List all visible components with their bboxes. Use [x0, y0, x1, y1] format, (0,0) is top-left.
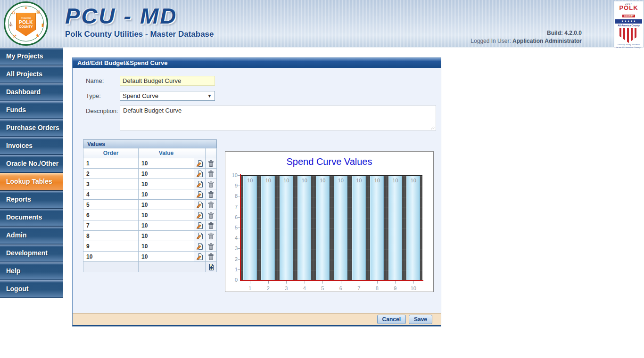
value-cell: 10 — [139, 200, 194, 210]
x-tick-label: 8 — [376, 285, 379, 291]
value-cell-empty — [139, 262, 194, 272]
x-tick-label: 9 — [394, 285, 396, 291]
delete-row-button[interactable] — [206, 220, 217, 231]
y-tick-mark — [238, 269, 240, 270]
edit-row-button[interactable] — [194, 169, 206, 179]
sidebar-item-lookup-tables[interactable]: Lookup Tables — [0, 173, 63, 191]
sidebar-item-logout[interactable]: Logout — [0, 280, 63, 298]
edit-row-button[interactable] — [194, 252, 206, 262]
delete-row-button[interactable] — [206, 158, 217, 169]
sidebar-item-purchase-orders[interactable]: Purchase Orders — [0, 119, 63, 137]
edit-row-button[interactable] — [194, 241, 206, 252]
sidebar-item-oracle-no-other[interactable]: Oracle No./Other — [0, 155, 63, 173]
application-window: ♛ ⛭ 🏛 ⛪ ▮ ⚒ ♞ Imperial POLK COUNTY PCU -… — [0, 0, 644, 358]
edit-row-button[interactable] — [194, 158, 206, 169]
chart-x-axis — [240, 280, 423, 281]
value-cell: 10 — [139, 241, 194, 252]
bar-value-label: 10 — [265, 178, 271, 183]
seal-glyph-icon: ⚒ — [13, 34, 17, 39]
type-select[interactable]: Spend Curve ▼ — [120, 91, 215, 101]
bar: 10 — [370, 176, 384, 280]
edit-row-button[interactable] — [194, 231, 206, 241]
x-tick-label: 1 — [248, 285, 251, 291]
sidebar-item-all-projects[interactable]: All Projects — [0, 65, 63, 83]
value-cell: 10 — [139, 210, 194, 220]
edit-icon — [196, 160, 204, 166]
resize-grip-icon[interactable] — [430, 125, 435, 130]
delete-row-button[interactable] — [206, 231, 217, 241]
sidebar-item-reports[interactable]: Reports — [0, 191, 63, 209]
edit-row-button[interactable] — [194, 210, 206, 220]
x-tick-label: 4 — [303, 285, 306, 291]
edit-icon — [196, 170, 204, 177]
values-table-new-row — [83, 262, 217, 272]
add-row-button[interactable] — [206, 262, 217, 272]
trash-icon — [207, 212, 215, 218]
save-button[interactable]: Save — [409, 315, 432, 324]
edit-row-button[interactable] — [194, 179, 206, 189]
order-cell: 2 — [83, 169, 139, 179]
sidebar-item-development[interactable]: Development — [0, 244, 63, 262]
trash-icon — [207, 222, 215, 228]
delete-row-button[interactable] — [206, 169, 217, 179]
x-tick-label: 5 — [321, 285, 324, 291]
delete-row-button[interactable] — [206, 210, 217, 220]
description-label: Description: — [86, 107, 118, 114]
values-table-row: 910 — [83, 241, 217, 252]
y-tick-label: 4 — [227, 235, 238, 241]
description-textarea[interactable]: Default Budget Curve — [120, 105, 436, 131]
sidebar-item-documents[interactable]: Documents — [0, 209, 63, 227]
description-value: Default Budget Curve — [123, 107, 182, 114]
order-cell: 6 — [83, 210, 139, 220]
sidebar-item-invoices[interactable]: Invoices — [0, 137, 63, 155]
app-title-block: PCU - MD Polk County Utilities - Master … — [65, 3, 214, 39]
sidebar-item-help[interactable]: Help — [0, 262, 63, 280]
x-tick-mark — [359, 281, 359, 284]
values-table-row: 410 — [83, 189, 217, 200]
edit-row-button[interactable] — [194, 200, 206, 210]
value-cell: 10 — [139, 220, 194, 231]
edit-icon — [196, 253, 204, 260]
x-tick-label: 7 — [357, 285, 360, 291]
order-cell: 5 — [83, 200, 139, 210]
sidebar-item-funds[interactable]: Funds — [0, 101, 63, 119]
bar-value-label: 10 — [411, 178, 416, 183]
y-tick-label: 9 — [227, 183, 238, 188]
sidebar-item-dashboard[interactable]: Dashboard — [0, 83, 63, 101]
trash-icon — [207, 160, 215, 166]
delete-row-button[interactable] — [206, 200, 217, 210]
trash-icon — [207, 170, 215, 177]
name-input[interactable] — [120, 76, 215, 86]
delete-row-button[interactable] — [206, 179, 217, 189]
bar-value-label: 10 — [302, 178, 307, 183]
y-tick-mark — [238, 238, 240, 238]
bar-value-label: 10 — [283, 178, 289, 183]
x-tick-mark — [395, 281, 396, 284]
panel-body: Name: Type: Spend Curve ▼ Description: D… — [73, 68, 441, 325]
y-tick-mark — [238, 259, 240, 260]
edit-row-button[interactable] — [194, 220, 206, 231]
bar-value-label: 10 — [338, 178, 344, 183]
values-table-row: 710 — [83, 220, 217, 231]
delete-row-button[interactable] — [206, 252, 217, 262]
order-cell: 3 — [83, 179, 139, 189]
seal-glyph-icon: 🏛 — [36, 10, 41, 15]
values-table-row: 510 — [83, 200, 217, 210]
trash-icon — [207, 191, 215, 197]
values-table-caption: Values — [83, 139, 217, 148]
crown-icon: ♛ — [24, 6, 27, 10]
y-tick-mark — [238, 196, 240, 196]
delete-row-button[interactable] — [206, 189, 217, 200]
edit-row-button[interactable] — [194, 189, 206, 200]
sidebar-item-admin[interactable]: Admin — [0, 227, 63, 244]
value-cell: 10 — [139, 158, 194, 169]
logged-in-user: Logged In User: Application Administrato… — [471, 38, 582, 44]
delete-row-button[interactable] — [206, 241, 217, 252]
x-tick-label: 3 — [285, 285, 288, 291]
sidebar-item-my-projects[interactable]: My Projects — [0, 48, 63, 65]
value-cell: 10 — [139, 252, 194, 262]
value-cell: 10 — [139, 189, 194, 200]
x-tick-mark — [341, 281, 341, 284]
order-cell: 8 — [83, 231, 139, 241]
cancel-button[interactable]: Cancel — [377, 315, 406, 324]
